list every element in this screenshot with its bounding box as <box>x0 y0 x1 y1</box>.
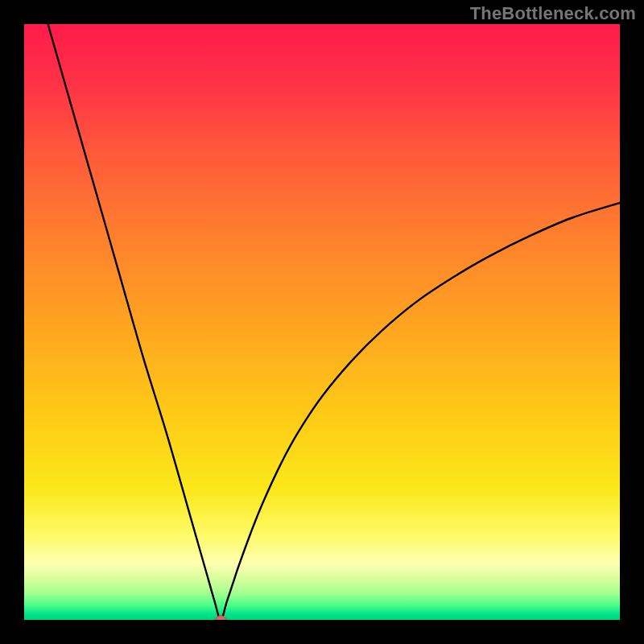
plot-area <box>24 24 620 620</box>
plot-svg <box>24 24 620 620</box>
gradient-background <box>24 24 620 620</box>
chart-frame: TheBottleneck.com <box>0 0 644 644</box>
watermark-text: TheBottleneck.com <box>470 3 636 24</box>
